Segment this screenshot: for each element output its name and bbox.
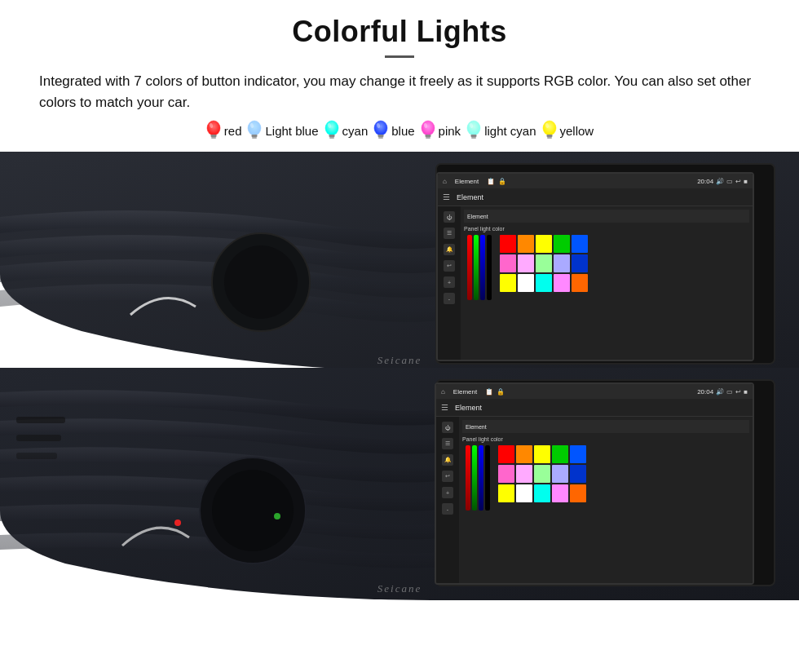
description-text: Integrated with 7 colors of button indic…: [24, 71, 775, 113]
color-grid: [500, 235, 588, 292]
pink-label: pink: [439, 124, 461, 138]
svg-point-33: [174, 519, 181, 526]
color-item-pink: pink: [420, 119, 461, 142]
yellow-label: yellow: [560, 124, 594, 138]
nav-bar-2: ☰ Element: [436, 399, 753, 417]
sidebar-power-2: ⏻: [442, 422, 453, 433]
svg-point-4: [248, 121, 261, 135]
svg-rect-22: [471, 137, 476, 139]
blue-label: blue: [391, 124, 414, 138]
status-bar: ⌂ Element 📋 🔒 20:04 🔊 ▭ ↩ ■: [438, 174, 753, 188]
android-screen-top: ⌂ Element 📋 🔒 20:04 🔊 ▭ ↩ ■: [438, 174, 753, 360]
sub-title-text: Element: [467, 214, 488, 219]
page-title: Colorful Lights: [292, 15, 506, 49]
svg-point-12: [374, 121, 387, 135]
yellow-bulb-icon: [541, 119, 558, 142]
status-bar-left: ⌂ Element 📋 🔒: [443, 178, 506, 185]
blue-bulb-icon: [373, 119, 389, 142]
status-bar-left-2: ⌂ Element 📋 🔒: [441, 388, 505, 396]
status-bar-right-2: 20:04 🔊 ▭ ↩ ■: [697, 388, 748, 396]
color-item-cyan: cyan: [324, 119, 369, 142]
status-bar-right: 20:04 🔊 ▭ ↩ ■: [697, 178, 748, 185]
svg-rect-36: [16, 435, 61, 441]
svg-point-24: [543, 121, 556, 135]
color-item-blue: blue: [373, 119, 414, 142]
car-panel-top: ⌂ Element 📋 🔒 20:04 🔊 ▭ ↩ ■: [0, 152, 799, 372]
nav-bar: ☰ Element: [438, 188, 753, 206]
sidebar-bell: 🔔: [444, 244, 455, 255]
sidebar-menu-2: ☰: [442, 438, 453, 449]
svg-rect-5: [252, 135, 258, 137]
title-divider: [385, 55, 414, 58]
screen-top: ⌂ Element 📋 🔒 20:04 🔊 ▭ ↩ ■: [436, 172, 754, 361]
color-item-Light-blue: Light blue: [246, 119, 318, 142]
panel-label-2: Panel light color: [462, 436, 749, 442]
android-screen-bottom: ⌂ Element 📋 🔒 20:04 🔊 ▭ ↩ ■: [436, 384, 753, 583]
svg-point-29: [224, 245, 298, 319]
main-content-2: Element Panel light color: [459, 417, 753, 583]
nav-icon-2: ☰: [441, 403, 448, 412]
main-content: Element Panel light color: [461, 206, 753, 360]
nav-element-label-2: Element: [453, 388, 477, 396]
color-item-red: red: [205, 119, 242, 142]
color-grid-2: [498, 445, 586, 502]
status-time: 20:04: [697, 178, 713, 185]
panel-label: Panel light color: [464, 226, 749, 232]
svg-rect-14: [378, 137, 383, 139]
svg-rect-21: [471, 135, 477, 137]
svg-rect-1: [210, 135, 216, 137]
nav-element-label: Element: [455, 178, 479, 185]
svg-point-34: [274, 513, 280, 519]
nav-title: Element: [457, 193, 748, 201]
svg-rect-35: [16, 417, 65, 423]
title-section: Colorful Lights: [292, 15, 506, 66]
sidebar-back-2: ↩: [442, 471, 453, 482]
svg-point-16: [422, 121, 435, 135]
color-item-light-cyan: light cyan: [466, 119, 536, 142]
screen-content: ⏻ ☰ 🔔 ↩ + - Element Panel light color: [438, 206, 753, 360]
status-time-2: 20:04: [697, 388, 713, 396]
sidebar-voldown: -: [444, 293, 455, 304]
sidebar-2: ⏻ ☰ 🔔 ↩ + -: [436, 417, 459, 583]
svg-rect-9: [329, 135, 334, 137]
status-bar-2: ⌂ Element 📋 🔒 20:04 🔊 ▭ ↩ ■: [436, 384, 753, 399]
cyan-bulb-icon: [324, 119, 340, 142]
red-label: red: [224, 124, 242, 138]
svg-rect-18: [426, 137, 430, 139]
cars-area: ⌂ Element 📋 🔒 20:04 🔊 ▭ ↩ ■: [0, 152, 799, 672]
color-item-yellow: yellow: [541, 119, 594, 142]
car-panel-bottom: ⌂ Element 📋 🔒 20:04 🔊 ▭ ↩ ■: [0, 368, 799, 600]
sidebar-power: ⏻: [444, 211, 455, 223]
sub-title-bar: Element: [464, 210, 749, 223]
sub-title-text-2: Element: [466, 424, 487, 430]
svg-point-8: [325, 121, 338, 135]
svg-rect-17: [425, 135, 430, 137]
Light blue-bulb-icon: [246, 119, 263, 142]
sidebar: ⏻ ☰ 🔔 ↩ + -: [438, 206, 461, 360]
svg-rect-6: [252, 137, 257, 139]
screen-bottom: ⌂ Element 📋 🔒 20:04 🔊 ▭ ↩ ■: [435, 382, 754, 585]
svg-rect-13: [378, 135, 384, 137]
svg-rect-25: [546, 135, 552, 137]
Light blue-label: Light blue: [265, 124, 318, 138]
nav-title-2: Element: [455, 404, 748, 412]
pink-bulb-icon: [420, 119, 436, 142]
cyan-label: cyan: [342, 124, 369, 138]
color-row: red Light blue: [205, 119, 594, 142]
svg-rect-26: [547, 137, 552, 139]
red-bulb-icon: [205, 119, 222, 142]
svg-rect-37: [16, 453, 57, 459]
sidebar-menu: ☰: [444, 228, 455, 239]
svg-rect-10: [329, 137, 334, 139]
sidebar-voldown-2: -: [442, 503, 453, 515]
svg-point-32: [212, 470, 294, 551]
svg-point-0: [207, 121, 220, 135]
nav-icon: ☰: [443, 192, 450, 201]
sidebar-bell-2: 🔔: [442, 454, 453, 466]
sidebar-back: ↩: [444, 260, 455, 272]
page: Colorful Lights Integrated with 7 colors…: [0, 0, 799, 672]
screen-content-2: ⏻ ☰ 🔔 ↩ + - Element Panel light color: [436, 417, 753, 583]
svg-point-20: [467, 121, 480, 135]
sidebar-vol: +: [444, 276, 455, 288]
light cyan-bulb-icon: [466, 119, 482, 142]
